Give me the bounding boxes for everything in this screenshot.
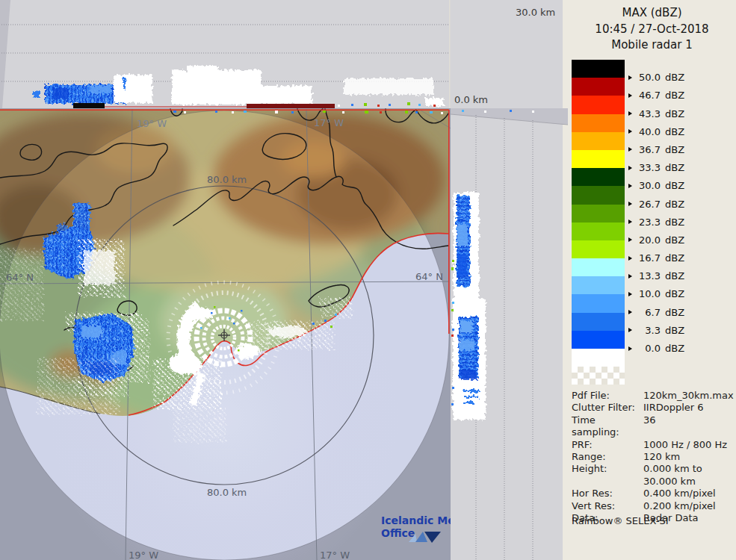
- range-label-80km-top: 80.0 km: [207, 174, 247, 185]
- info-row: 30.000 km: [572, 476, 735, 488]
- lat-label-64n-left: 64° N: [6, 272, 34, 283]
- scale-row: 23.3dBZ: [572, 205, 735, 223]
- scale-row: 3.3dBZ: [572, 313, 735, 331]
- info-row: Hor Res:0.400 km/pixel: [572, 488, 735, 500]
- info-row: Height:0.000 km to: [572, 463, 735, 475]
- scale-swatch: [572, 186, 625, 204]
- sea-speckles: [173, 407, 226, 443]
- scale-swatch: [572, 96, 625, 113]
- scale-row: 30.0dBZ: [572, 168, 735, 186]
- scale-label: 0.0dBZ: [628, 343, 684, 354]
- lon-label-19w-top: 19° W: [137, 118, 167, 129]
- info-row: Pdf File:120km_30km.max: [572, 390, 735, 402]
- scale-row: 13.3dBZ: [572, 258, 735, 276]
- scale-swatch: [572, 168, 625, 186]
- lon-label-19w-bottom: 19° W: [129, 550, 158, 560]
- scale-row: 36.7dBZ: [572, 132, 735, 150]
- info-row: PRF:1000 Hz / 800 Hz: [572, 439, 735, 451]
- scale-row: 33.3dBZ: [572, 150, 735, 168]
- right-cross-section-panel[interactable]: [451, 108, 568, 560]
- scale-swatch: [572, 276, 625, 294]
- scale-row: 0.0dBZ: [572, 331, 735, 349]
- scale-swatch: [572, 60, 625, 78]
- section-divider: [449, 0, 451, 108]
- radar-map-canvas[interactable]: 19° W 17° W 64° N 64° N 80.0 km 80.0 km …: [0, 108, 451, 560]
- info-row: Vert Res:0.200 km/pixel: [572, 500, 735, 512]
- tick-arrow-icon: [628, 346, 632, 351]
- timestamp: 10:45 / 27-Oct-2018: [568, 22, 736, 38]
- scale-swatch: [572, 313, 625, 331]
- scale-row: 50.0dBZ: [572, 60, 735, 78]
- range-label-80km-bottom: 80.0 km: [207, 487, 247, 498]
- legend-header: MAX (dBZ) 10:45 / 27-Oct-2018 Mobile rad…: [568, 0, 736, 54]
- scale-row: 26.7dBZ: [572, 186, 735, 204]
- scale-row: 10.0dBZ: [572, 276, 735, 294]
- scale-swatch: [572, 331, 625, 349]
- scale-swatch-transparent: [572, 367, 625, 385]
- logo-text-line2: Office: [381, 527, 415, 539]
- info-row: Time sampling:36: [572, 414, 735, 439]
- color-scale: 50.0dBZ 46.7dBZ 43.3dBZ 40.0dBZ 36.7dBZ …: [572, 60, 735, 385]
- radar-name: Mobile radar 1: [568, 37, 736, 54]
- scale-row: 46.7dBZ: [572, 78, 735, 96]
- top-cross-section-panel[interactable]: 30.0 km 0.0 km: [0, 0, 568, 108]
- lon-label-17w-top: 17° W: [314, 117, 344, 128]
- lon-label-17w-bottom: 17° W: [320, 550, 350, 560]
- scale-row: 16.7dBZ: [572, 240, 735, 258]
- min-height-label: 0.0 km: [454, 94, 488, 105]
- scale-swatch: [572, 223, 625, 240]
- scale-swatch: [572, 205, 625, 223]
- sea-speckles: [37, 358, 120, 414]
- software-name: Rainbow® SELEX-SI: [572, 515, 669, 526]
- lat-label-64n-right: 64° N: [415, 271, 443, 282]
- scale-swatch: [572, 78, 625, 96]
- info-row: Range:120 km: [572, 451, 735, 463]
- scale-swatch: [572, 114, 625, 132]
- scale-row: 43.3dBZ: [572, 96, 735, 113]
- panel-gap: [563, 108, 568, 560]
- land-speckles: [0, 248, 43, 321]
- scale-swatch-white: [572, 349, 625, 367]
- logo-text-line1: Icelandic Met: [381, 514, 451, 526]
- scale-row: 6.7dBZ: [572, 294, 735, 312]
- scale-row: 20.0dBZ: [572, 223, 735, 240]
- product-info: Pdf File:120km_30km.max Clutter Filter:I…: [572, 390, 735, 524]
- scale-swatch: [572, 132, 625, 150]
- panel-gap: [563, 0, 568, 108]
- scale-swatch: [572, 150, 625, 168]
- legend-panel: MAX (dBZ) 10:45 / 27-Oct-2018 Mobile rad…: [568, 0, 736, 560]
- scale-swatch: [572, 240, 625, 258]
- scale-swatch: [572, 294, 625, 312]
- scale-row: 40.0dBZ: [572, 114, 735, 132]
- info-row: Clutter Filter:IIRDoppler 6: [572, 402, 735, 414]
- radar-application-window: 30.0 km 0.0 km: [0, 0, 736, 560]
- max-height-label: 30.0 km: [516, 7, 555, 18]
- scale-swatch: [572, 258, 625, 276]
- product-title: MAX (dBZ): [568, 5, 736, 22]
